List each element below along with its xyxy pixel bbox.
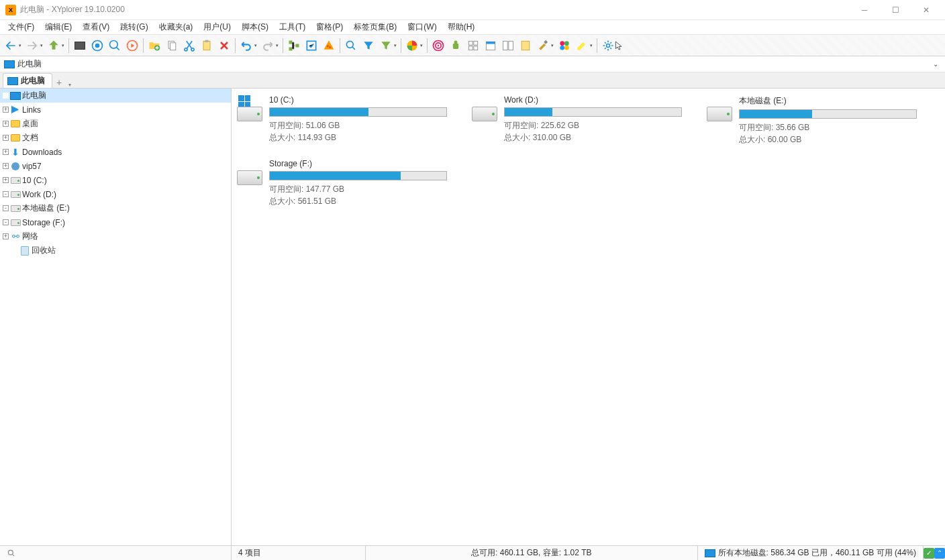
back-button[interactable]: [3, 38, 19, 54]
undo-dropdown[interactable]: ▾: [254, 43, 257, 48]
menu-窗格(P)[interactable]: 窗格(P): [311, 20, 348, 34]
maximize-button[interactable]: ☐: [886, 3, 905, 17]
drive-item[interactable]: Storage (F:) 可用空间: 147.77 GB 总大小: 561.51…: [234, 158, 449, 209]
tab-list-dropdown[interactable]: ▾: [66, 82, 74, 88]
status-disks: 所有本地磁盘: 586.34 GB 已用，460.11 GB 可用 (44%): [698, 546, 924, 560]
tree-label: 桌面: [22, 118, 38, 129]
menu-文件(F)[interactable]: 文件(F): [3, 20, 40, 34]
new-tab-button[interactable]: +: [52, 77, 66, 88]
filter-dropdown[interactable]: ▾: [394, 43, 397, 48]
menu-查看(V)[interactable]: 查看(V): [77, 20, 115, 34]
forward-history-dropdown[interactable]: ▾: [40, 43, 43, 48]
tree-item[interactable]: +⯈Links: [0, 103, 231, 117]
find-button[interactable]: [343, 38, 359, 54]
highlighter-button[interactable]: [574, 38, 590, 54]
drive-item[interactable]: Work (D:) 可用空间: 225.62 GB 总大小: 310.00 GB: [469, 94, 684, 147]
menu-跳转(G)[interactable]: 跳转(G): [115, 20, 153, 34]
tab-this-pc[interactable]: 此电脑: [3, 73, 52, 88]
menu-窗口(W)[interactable]: 窗口(W): [402, 20, 442, 34]
svg-rect-6: [170, 42, 176, 50]
brush-button[interactable]: [535, 38, 551, 54]
pizza-button[interactable]: [321, 38, 337, 54]
menu-收藏夹(a)[interactable]: 收藏夹(a): [154, 20, 199, 34]
android-button[interactable]: [448, 38, 464, 54]
spiral-button[interactable]: [430, 38, 446, 54]
back-history-dropdown[interactable]: ▾: [19, 43, 21, 48]
tree-item[interactable]: +⬇Downloads: [0, 145, 231, 159]
close-button[interactable]: ✕: [917, 3, 936, 17]
svg-rect-32: [521, 41, 530, 50]
menu-标签页集(B)[interactable]: 标签页集(B): [348, 20, 402, 34]
tree-item[interactable]: 回收站: [0, 243, 231, 258]
tree-button[interactable]: [286, 38, 302, 54]
svg-rect-29: [486, 42, 495, 44]
undo-button[interactable]: [238, 38, 254, 54]
brush-dropdown[interactable]: ▾: [551, 43, 554, 48]
menu-脚本(S)[interactable]: 脚本(S): [236, 20, 274, 34]
redo-button[interactable]: [260, 38, 276, 54]
minimize-button[interactable]: ─: [855, 3, 874, 17]
search-panel[interactable]: [0, 546, 232, 560]
expand-icon[interactable]: -: [3, 205, 9, 211]
paste-button[interactable]: [199, 38, 215, 54]
split-button[interactable]: [500, 38, 516, 54]
expand-icon[interactable]: [12, 247, 18, 254]
filter-green-button[interactable]: [378, 38, 394, 54]
tree-item[interactable]: +桌面: [0, 117, 231, 131]
chart-dropdown[interactable]: ▾: [420, 43, 423, 48]
grid-button[interactable]: [465, 38, 481, 54]
target-button[interactable]: [89, 38, 105, 54]
drive-usage-bar: [739, 109, 917, 119]
expand-icon[interactable]: +: [3, 107, 9, 113]
drive-view[interactable]: 10 (C:) 可用空间: 51.06 GB 总大小: 114.93 GB Wo…: [232, 89, 945, 545]
tree-item[interactable]: +文档: [0, 131, 231, 145]
expand-icon[interactable]: +: [3, 149, 9, 155]
tree-item[interactable]: +vip57: [0, 159, 231, 173]
highlighter-dropdown[interactable]: ▾: [590, 43, 593, 48]
menu-编辑(E)[interactable]: 编辑(E): [40, 20, 77, 34]
expand-icon[interactable]: +: [3, 135, 9, 141]
status-sync-icon[interactable]: ⌃: [934, 548, 945, 559]
tree-item[interactable]: +⚯网络: [0, 229, 231, 243]
menu-工具(T)[interactable]: 工具(T): [274, 20, 311, 34]
delete-button[interactable]: [216, 38, 232, 54]
filter-button[interactable]: [360, 38, 377, 54]
drive-icon: [10, 217, 21, 228]
cut-button[interactable]: [181, 38, 197, 54]
forward-button[interactable]: [24, 38, 40, 54]
redo-dropdown[interactable]: ▾: [276, 43, 279, 48]
tree-item[interactable]: +10 (C:): [0, 173, 231, 187]
status-ok-icon[interactable]: ✓: [924, 548, 934, 559]
expand-icon[interactable]: +: [3, 233, 9, 239]
copy-button[interactable]: [164, 38, 180, 54]
computer-button[interactable]: [72, 38, 88, 54]
menu-帮助(H)[interactable]: 帮助(H): [442, 20, 481, 34]
expand-icon[interactable]: [3, 93, 9, 99]
tree-item[interactable]: 此电脑: [0, 89, 231, 103]
expand-icon[interactable]: +: [3, 177, 9, 183]
calendar-button[interactable]: [483, 38, 499, 54]
menu-用户(U)[interactable]: 用户(U): [198, 20, 236, 34]
address-dropdown[interactable]: ⌄: [930, 60, 941, 68]
column-button[interactable]: [517, 38, 534, 54]
up-button[interactable]: [46, 38, 62, 54]
drive-item[interactable]: 10 (C:) 可用空间: 51.06 GB 总大小: 114.93 GB: [234, 94, 449, 147]
settings-button[interactable]: [600, 38, 616, 54]
tree-item[interactable]: -Storage (F:): [0, 215, 231, 229]
expand-icon[interactable]: +: [3, 163, 9, 169]
zoom-button[interactable]: [107, 38, 123, 54]
tree-item[interactable]: -Work (D:): [0, 187, 231, 201]
tree-item[interactable]: -本地磁盘 (E:): [0, 201, 231, 215]
expand-icon[interactable]: -: [3, 191, 9, 197]
drive-item[interactable]: 本地磁盘 (E:) 可用空间: 35.66 GB 总大小: 60.00 GB: [704, 94, 919, 147]
chart-button[interactable]: [404, 38, 420, 54]
folder-tree[interactable]: 此电脑+⯈Links+桌面+文档+⬇Downloads+vip57+10 (C:…: [0, 89, 232, 545]
new-folder-button[interactable]: [146, 38, 162, 54]
expand-icon[interactable]: -: [3, 219, 9, 225]
expand-icon[interactable]: +: [3, 121, 9, 127]
address-bar[interactable]: 此电脑 ⌄: [0, 56, 945, 72]
select-button[interactable]: [303, 38, 319, 54]
play-button[interactable]: [124, 38, 140, 54]
up-dropdown[interactable]: ▾: [62, 43, 64, 48]
color-button[interactable]: [556, 38, 573, 54]
